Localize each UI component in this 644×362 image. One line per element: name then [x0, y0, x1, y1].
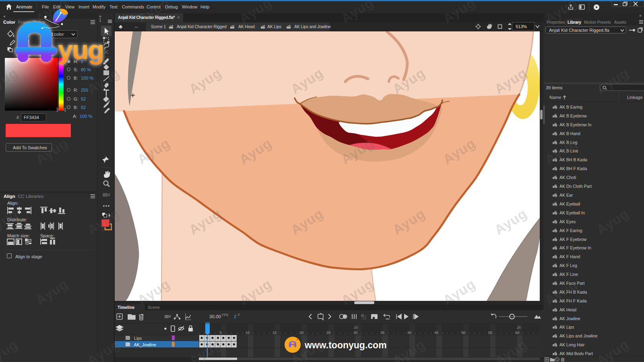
- svg-text:yug: yug: [58, 35, 103, 65]
